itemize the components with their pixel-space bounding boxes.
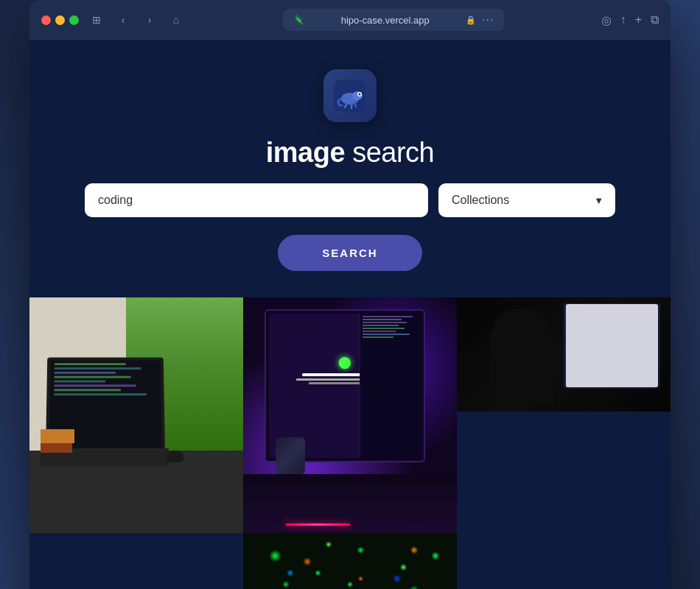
more-options-icon[interactable]: ···: [482, 13, 494, 27]
maximize-button[interactable]: [69, 15, 79, 25]
duplicate-tab-button[interactable]: ⧉: [651, 13, 659, 27]
image-grid: [29, 297, 671, 589]
airdrop-button[interactable]: ◎: [601, 13, 612, 27]
chameleon-icon: [334, 80, 366, 112]
image-laptop-green[interactable]: [29, 297, 243, 589]
address-bar-container: 🦎 hipo-case.vercel.app 🔒 ···: [194, 9, 594, 31]
search-row: Collections: [85, 183, 615, 217]
app-title-bold: image: [266, 137, 345, 168]
collections-dropdown-wrap: Collections: [438, 183, 615, 217]
collections-label: Collections: [452, 194, 509, 206]
minimize-button[interactable]: [55, 15, 65, 25]
search-button[interactable]: SEARCH: [278, 235, 421, 271]
address-bar[interactable]: 🦎 hipo-case.vercel.app 🔒 ···: [283, 9, 504, 31]
sidebar-toggle-button[interactable]: ⊞: [86, 10, 107, 30]
search-button-row: SEARCH: [85, 235, 615, 271]
browser-nav: ⊞ ‹ › ⌂: [86, 10, 186, 30]
collections-dropdown[interactable]: Collections: [438, 183, 615, 217]
app-logo: [323, 69, 377, 122]
hero-section: image search Collections SEARCH: [29, 40, 671, 297]
app-title: image search: [266, 137, 434, 169]
svg-point-4: [359, 94, 361, 96]
search-input-wrap: [85, 183, 428, 217]
search-button-label: SEARCH: [322, 247, 377, 259]
back-button[interactable]: ‹: [113, 10, 133, 30]
share-button[interactable]: ↑: [620, 13, 626, 27]
site-icon: 🦎: [293, 15, 304, 25]
browser-actions: ◎ ↑ + ⧉: [601, 13, 659, 27]
url-text: hipo-case.vercel.app: [310, 15, 460, 26]
image-dark-person[interactable]: [457, 297, 671, 533]
browser-window: ⊞ ‹ › ⌂ 🦎 hipo-case.vercel.app 🔒 ··· ◎ ↑…: [29, 0, 671, 589]
traffic-lights: [41, 15, 79, 25]
app-title-light: search: [345, 137, 434, 168]
close-button[interactable]: [41, 15, 51, 25]
browser-chrome: ⊞ ‹ › ⌂ 🦎 hipo-case.vercel.app 🔒 ··· ◎ ↑…: [29, 0, 671, 40]
new-tab-button[interactable]: +: [635, 13, 642, 27]
image-laptop-purple[interactable]: [243, 297, 457, 533]
home-button[interactable]: ⌂: [166, 10, 186, 30]
image-colorful-dots[interactable]: [243, 533, 457, 589]
lock-icon: 🔒: [466, 15, 476, 25]
search-input[interactable]: [85, 183, 428, 217]
page-content: image search Collections SEARCH: [29, 40, 671, 589]
forward-button[interactable]: ›: [139, 10, 160, 30]
